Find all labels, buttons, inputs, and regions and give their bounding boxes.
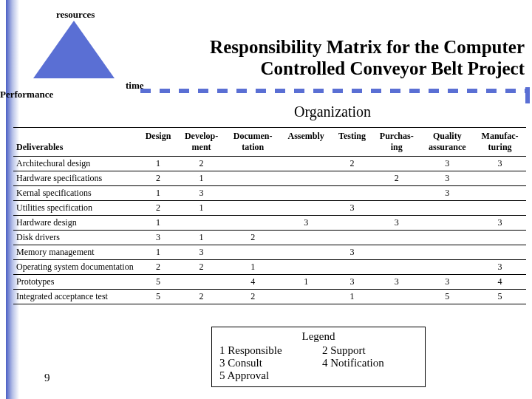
triangle-shape [33,21,115,78]
cell: 1 [177,231,225,245]
title-underline-end [525,87,530,103]
cell [421,216,474,231]
cell: 4 [225,275,280,290]
cell: 3 [332,275,372,290]
cell [421,231,474,245]
triangle-diagram: resources time [15,6,133,78]
table-row: Operating system documentation2213 [13,260,526,275]
legend-grid: 1 Responsible 2 Support 3 Consult 4 Noti… [219,344,417,382]
cell: 2 [139,201,177,216]
cell: 1 [332,290,372,304]
row-label: Disk drivers [13,231,139,245]
col-purchasing: Purchas-ing [372,128,421,157]
cell: 3 [474,157,526,171]
cell: 1 [177,201,225,216]
responsibility-matrix-table: Deliverables Design Develop-ment Documen… [13,127,526,304]
col-development: Develop-ment [177,128,225,157]
cell: 2 [372,171,421,186]
cell: 5 [139,275,177,290]
cell: 3 [332,245,372,260]
row-label: Hardware specifications [13,171,139,186]
table-row: Hardware design1333 [13,216,526,231]
cell [280,290,332,304]
cell [225,216,280,231]
legend-item-5: 5 Approval [219,369,315,382]
cell: 2 [332,157,372,171]
cell: 2 [225,290,280,304]
row-label: Hardware design [13,216,139,231]
row-label: Integrated acceptance test [13,290,139,304]
cell: 2 [177,260,225,275]
cell [280,171,332,186]
cell: 3 [177,245,225,260]
cell [225,186,280,201]
cell [332,260,372,275]
col-deliverables: Deliverables [13,128,139,157]
cell [372,260,421,275]
col-manufacturing: Manufac-turing [474,128,526,157]
cell [332,216,372,231]
cell: 3 [421,171,474,186]
table-row: Kernal specifications133 [13,186,526,201]
cell: 3 [474,216,526,231]
cell: 3 [372,275,421,290]
cell [332,231,372,245]
cell: 3 [177,186,225,201]
cell: 3 [280,216,332,231]
cell [225,201,280,216]
cell: 5 [474,290,526,304]
cell: 3 [421,275,474,290]
cell [474,245,526,260]
cell: 3 [372,216,421,231]
cell [372,245,421,260]
cell [474,171,526,186]
cell [280,201,332,216]
cell [177,275,225,290]
table-row: Integrated acceptance test522155 [13,290,526,304]
cell: 1 [139,157,177,171]
cell [421,245,474,260]
cell: 3 [139,231,177,245]
legend-item-4: 4 Notification [322,357,417,369]
cell: 1 [139,186,177,201]
table-header-row: Deliverables Design Develop-ment Documen… [13,128,526,157]
cell [225,171,280,186]
title-line-2: Controlled Conveyor Belt Project [260,58,525,78]
triangle-label-resources: resources [56,9,95,21]
legend-box: Legend 1 Responsible 2 Support 3 Consult… [211,327,426,387]
cell [280,245,332,260]
title-underline [140,89,528,93]
slide-number: 9 [44,372,50,384]
cell: 4 [474,275,526,290]
cell: 1 [177,171,225,186]
legend-title: Legend [219,330,417,343]
legend-item-2: 2 Support [322,344,417,357]
table-row: Prototypes5413334 [13,275,526,290]
row-label: Memory management [13,245,139,260]
organization-heading: Organization [236,103,429,120]
cell [474,231,526,245]
slide-title: Responsibility Matrix for the Computer C… [140,37,525,80]
row-label: Utilities specification [13,201,139,216]
cell [474,186,526,201]
col-quality: Qualityassurance [421,128,474,157]
row-label: Architechural design [13,157,139,171]
col-documentation: Documen-tation [225,128,280,157]
table-row: Memory management133 [13,245,526,260]
cell [280,186,332,201]
cell [372,231,421,245]
cell: 2 [139,260,177,275]
cell: 3 [421,186,474,201]
legend-item-1: 1 Responsible [219,344,315,357]
cell [280,231,332,245]
legend-item-3: 3 Consult [219,357,315,369]
cell [372,290,421,304]
cell [177,216,225,231]
cell: 1 [280,275,332,290]
row-label: Kernal specifications [13,186,139,201]
cell: 1 [139,245,177,260]
col-testing: Testing [332,128,372,157]
cell [332,186,372,201]
cell [280,157,332,171]
col-assembly: Assembly [280,128,332,157]
